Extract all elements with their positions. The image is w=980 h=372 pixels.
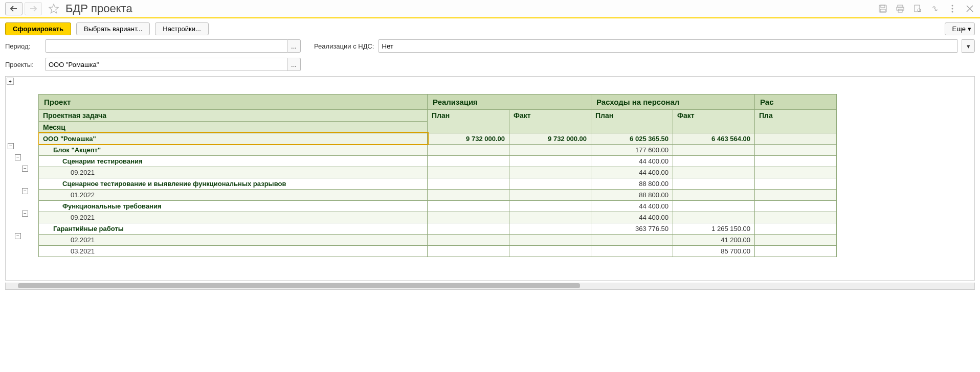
header-task: Проектная задача: [39, 109, 428, 121]
tree-toggle[interactable]: −: [22, 166, 28, 172]
vat-label: Реализации с НДС:: [314, 42, 374, 50]
tree-toggle[interactable]: −: [15, 154, 21, 160]
more-button[interactable]: Еще▾: [945, 22, 975, 35]
svg-point-11: [952, 11, 953, 13]
report-row[interactable]: Сценарное тестирование и выявление функц…: [39, 178, 837, 189]
header-p-fact: Факт: [673, 109, 755, 133]
projects-label: Проекты:: [5, 61, 41, 68]
period-input[interactable]: [45, 39, 287, 53]
report-row[interactable]: Гарантийные работы363 776.501 265 150.00: [39, 223, 837, 234]
report-row[interactable]: Функциональные требования44 400.00: [39, 200, 837, 212]
report-row[interactable]: 03.202185 700.00: [39, 245, 837, 257]
svg-rect-5: [898, 9, 902, 12]
report-row[interactable]: 09.202144 400.00: [39, 167, 837, 178]
tree-toggle[interactable]: −: [15, 233, 21, 239]
forward-button: [25, 2, 42, 15]
report-row[interactable]: 09.202144 400.00: [39, 212, 837, 223]
projects-input[interactable]: [45, 58, 287, 71]
favorite-icon[interactable]: [48, 3, 59, 14]
report-row[interactable]: Сценарии тестирования44 400.00: [39, 155, 837, 167]
header-personnel: Расходы на персонал: [591, 94, 755, 109]
vat-input[interactable]: [378, 39, 957, 53]
preview-icon[interactable]: [912, 4, 923, 14]
report-row[interactable]: Блок "Акцепт"177 600.00: [39, 144, 837, 155]
svg-rect-1: [881, 5, 885, 8]
expand-all-button[interactable]: +: [7, 78, 14, 85]
vat-dropdown-button[interactable]: ▾: [962, 39, 975, 53]
header-project: Проект: [39, 94, 428, 109]
header-p-plan: План: [591, 109, 673, 133]
close-icon[interactable]: [965, 4, 975, 14]
form-button[interactable]: Сформировать: [5, 22, 71, 35]
save-icon[interactable]: [878, 4, 888, 14]
header-realization: Реализация: [428, 94, 591, 109]
print-icon[interactable]: [895, 4, 905, 14]
svg-point-10: [952, 8, 953, 10]
page-title: БДР проекта: [65, 2, 132, 15]
svg-rect-3: [898, 5, 903, 7]
header-r-plan: План: [428, 109, 509, 133]
period-select-button[interactable]: ...: [287, 39, 301, 53]
projects-select-button[interactable]: ...: [287, 58, 301, 71]
report-grid[interactable]: + −−−−−− Проект Реализация Расходы на пе…: [5, 76, 975, 281]
period-label: Период:: [5, 42, 41, 50]
settings-button[interactable]: Настройки...: [155, 22, 209, 35]
link-icon[interactable]: [930, 4, 940, 14]
tree-toggle[interactable]: −: [8, 143, 14, 149]
scrollbar-thumb[interactable]: [18, 283, 580, 288]
chevron-down-icon: ▾: [968, 25, 971, 33]
horizontal-scrollbar[interactable]: [5, 283, 975, 290]
header-month: Месяц: [39, 121, 428, 133]
choose-variant-button[interactable]: Выбрать вариант...: [76, 22, 150, 35]
tree-toggle[interactable]: −: [22, 211, 28, 217]
svg-rect-6: [915, 5, 920, 12]
svg-point-9: [952, 5, 953, 7]
svg-rect-2: [880, 9, 885, 12]
back-button[interactable]: [5, 2, 23, 15]
header-next-plan: Пла: [755, 109, 837, 133]
header-r-fact: Факт: [509, 109, 591, 133]
svg-rect-4: [897, 7, 904, 10]
report-row[interactable]: 02.202141 200.00: [39, 234, 837, 245]
report-row[interactable]: ООО "Ромашка"9 732 000.009 732 000.006 0…: [39, 133, 837, 144]
more-icon[interactable]: [947, 4, 957, 14]
report-row[interactable]: 01.202288 800.00: [39, 189, 837, 200]
tree-toggle[interactable]: −: [22, 188, 28, 194]
svg-line-8: [920, 11, 921, 12]
header-next-group: Рас: [755, 94, 837, 109]
